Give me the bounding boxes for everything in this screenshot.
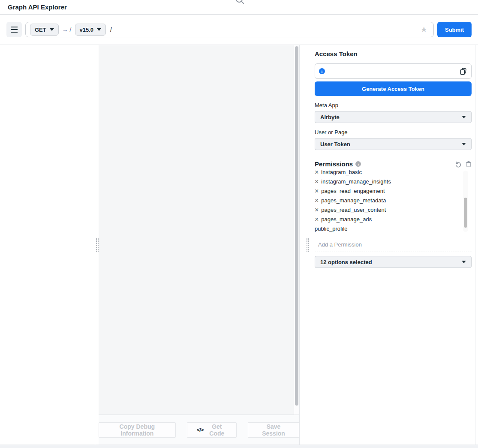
clear-permissions-button[interactable] — [466, 161, 472, 168]
remove-permission-icon[interactable]: × — [315, 177, 319, 186]
meta-app-selected: Airbyte — [320, 114, 340, 120]
left-sidebar-panel — [0, 45, 95, 445]
copy-debug-label: Copy Debug Information — [108, 423, 166, 437]
scrollbar-thumb[interactable] — [295, 46, 298, 406]
meta-app-label: Meta App — [315, 102, 472, 108]
copy-token-button[interactable] — [455, 64, 471, 78]
response-canvas — [99, 45, 299, 415]
access-token-panel: Access Token i Generate Access Token Met… — [314, 45, 478, 445]
permission-item: × pages_read_engagement — [315, 186, 460, 196]
permission-item: × instagram_manage_insights — [315, 177, 460, 186]
remove-permission-icon[interactable]: × — [315, 170, 319, 177]
permission-item: × pages_read_user_content — [315, 205, 460, 215]
arrow-path-segment: → / — [62, 26, 72, 33]
user-or-page-label: User or Page — [315, 129, 472, 135]
permissions-heading: Permissions — [315, 160, 353, 168]
user-or-page-selected: User Token — [320, 141, 350, 147]
access-token-heading: Access Token — [315, 50, 472, 57]
app-header: Graph API Explorer — [0, 0, 478, 15]
chevron-down-icon — [462, 261, 466, 263]
copy-icon — [460, 68, 467, 75]
meta-app-select[interactable]: Airbyte — [315, 111, 472, 123]
remove-permission-icon[interactable]: × — [315, 205, 319, 215]
version-dropdown[interactable]: v15.0 — [75, 24, 106, 36]
window-bottom-strip — [0, 445, 478, 448]
permission-item: × pages_manage_metadata — [315, 196, 460, 205]
chevron-down-icon — [97, 28, 101, 31]
response-footer: Copy Debug Information </> Get Code Save… — [99, 415, 299, 445]
remove-permission-icon[interactable]: × — [315, 215, 319, 224]
get-code-button[interactable]: </> Get Code — [187, 422, 237, 438]
permissions-scrollbar[interactable] — [463, 171, 468, 232]
drag-dots-icon — [306, 238, 309, 252]
generate-access-token-button[interactable]: Generate Access Token — [315, 81, 472, 96]
left-resize-handle[interactable] — [95, 45, 99, 445]
request-bar[interactable]: GET → / v15.0 ★ — [25, 22, 434, 37]
version-label: v15.0 — [80, 27, 94, 33]
chevron-down-icon — [462, 116, 466, 118]
permission-label: pages_read_user_content — [321, 205, 386, 215]
copy-debug-button[interactable]: Copy Debug Information — [99, 422, 176, 438]
permission-label: public_profile — [315, 224, 348, 233]
options-selected-label: 12 options selected — [320, 259, 372, 265]
endpoint-path-input[interactable] — [110, 26, 419, 33]
access-token-input[interactable] — [325, 64, 455, 78]
undo-permissions-button[interactable] — [455, 161, 462, 168]
permissions-options-select[interactable]: 12 options selected — [315, 256, 472, 268]
remove-permission-icon[interactable]: × — [315, 196, 319, 205]
access-token-field[interactable]: i — [315, 63, 472, 79]
graph-api-explorer-app: Graph API Explorer GET → / v15.0 ★ S — [0, 0, 478, 445]
permission-label: pages_manage_metadata — [321, 196, 386, 205]
permission-item: × pages_manage_ads — [315, 215, 460, 224]
trash-icon — [466, 161, 472, 168]
user-or-page-select[interactable]: User Token — [315, 138, 472, 150]
right-resize-handle[interactable] — [299, 45, 314, 445]
request-toolbar: GET → / v15.0 ★ Submit — [0, 15, 478, 45]
star-icon[interactable]: ★ — [421, 25, 427, 34]
scrollbar-thumb[interactable] — [464, 198, 467, 228]
get-code-label: Get Code — [207, 423, 227, 437]
permissions-header: Permissions i — [315, 160, 472, 168]
permission-item: public_profile — [315, 224, 460, 233]
permission-label: instagram_basic — [321, 170, 362, 177]
info-icon[interactable]: i — [355, 161, 361, 167]
permission-label: pages_read_engagement — [321, 186, 385, 196]
method-label: GET — [35, 27, 46, 33]
chevron-down-icon — [462, 143, 466, 145]
main-area: Copy Debug Information </> Get Code Save… — [0, 45, 478, 445]
permissions-list: × instagram_basic × instagram_manage_ins… — [315, 170, 472, 233]
permission-item: × instagram_basic — [315, 170, 460, 177]
permission-label: pages_manage_ads — [321, 215, 372, 224]
drag-dots-icon — [96, 238, 99, 252]
menu-button[interactable] — [6, 22, 22, 37]
info-icon[interactable]: i — [319, 68, 325, 74]
undo-icon — [455, 161, 462, 168]
response-panel: Copy Debug Information </> Get Code Save… — [99, 45, 299, 445]
code-icon: </> — [197, 427, 204, 433]
save-session-button[interactable]: Save Session — [248, 422, 299, 438]
response-scrollbar[interactable] — [294, 45, 299, 415]
add-permission-input[interactable] — [315, 241, 472, 252]
submit-button[interactable]: Submit — [437, 22, 472, 37]
remove-permission-icon[interactable]: × — [315, 186, 319, 196]
chevron-down-icon — [50, 28, 54, 31]
method-dropdown[interactable]: GET — [30, 24, 59, 36]
page-title: Graph API Explorer — [8, 3, 67, 11]
panel-edge-line — [475, 45, 475, 445]
save-session-label: Save Session — [258, 423, 289, 437]
permission-label: instagram_manage_insights — [321, 177, 391, 186]
search-icon[interactable] — [234, 0, 245, 4]
